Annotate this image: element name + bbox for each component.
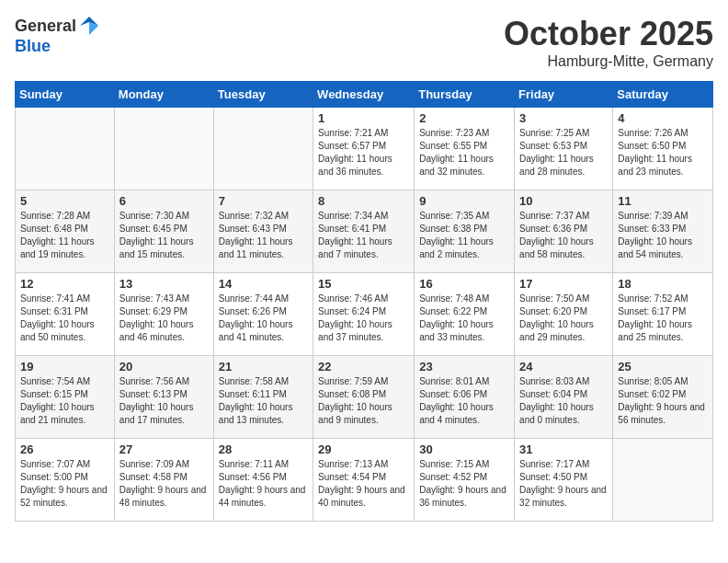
calendar-cell: 21Sunrise: 7:58 AM Sunset: 6:11 PM Dayli… (213, 356, 313, 439)
calendar-cell: 5Sunrise: 7:28 AM Sunset: 6:48 PM Daylig… (16, 190, 115, 273)
calendar-week-row: 5Sunrise: 7:28 AM Sunset: 6:48 PM Daylig… (16, 190, 713, 273)
svg-marker-1 (89, 22, 98, 35)
day-info: Sunrise: 7:56 AM Sunset: 6:13 PM Dayligh… (119, 375, 209, 427)
calendar-cell: 22Sunrise: 7:59 AM Sunset: 6:08 PM Dayli… (313, 356, 415, 439)
calendar-cell (16, 108, 115, 190)
day-number: 4 (618, 111, 708, 125)
calendar-cell: 20Sunrise: 7:56 AM Sunset: 6:13 PM Dayli… (114, 356, 213, 439)
calendar-cell: 9Sunrise: 7:35 AM Sunset: 6:38 PM Daylig… (415, 190, 515, 273)
day-info: Sunrise: 7:41 AM Sunset: 6:31 PM Dayligh… (20, 293, 109, 344)
calendar-header-row: SundayMondayTuesdayWednesdayThursdayFrid… (16, 82, 713, 108)
day-info: Sunrise: 7:52 AM Sunset: 6:17 PM Dayligh… (618, 293, 708, 344)
location-title: Hamburg-Mitte, Germany (504, 53, 713, 70)
day-info: Sunrise: 8:03 AM Sunset: 6:04 PM Dayligh… (519, 375, 608, 427)
day-info: Sunrise: 7:25 AM Sunset: 6:53 PM Dayligh… (519, 127, 608, 178)
day-number: 1 (318, 111, 409, 125)
calendar-cell: 17Sunrise: 7:50 AM Sunset: 6:20 PM Dayli… (515, 273, 613, 356)
day-info: Sunrise: 7:43 AM Sunset: 6:29 PM Dayligh… (119, 293, 209, 344)
calendar-cell: 11Sunrise: 7:39 AM Sunset: 6:33 PM Dayli… (613, 190, 713, 273)
day-info: Sunrise: 7:17 AM Sunset: 4:50 PM Dayligh… (519, 458, 608, 510)
day-number: 27 (119, 442, 209, 456)
calendar-week-row: 19Sunrise: 7:54 AM Sunset: 6:15 PM Dayli… (16, 356, 713, 439)
day-header: Friday (515, 82, 613, 108)
day-number: 28 (219, 442, 308, 456)
day-info: Sunrise: 7:34 AM Sunset: 6:41 PM Dayligh… (318, 210, 409, 261)
logo-icon (78, 15, 100, 37)
calendar-cell: 7Sunrise: 7:32 AM Sunset: 6:43 PM Daylig… (213, 190, 313, 273)
calendar-cell: 3Sunrise: 7:25 AM Sunset: 6:53 PM Daylig… (515, 108, 613, 190)
day-info: Sunrise: 7:23 AM Sunset: 6:55 PM Dayligh… (419, 127, 509, 178)
calendar-cell: 31Sunrise: 7:17 AM Sunset: 4:50 PM Dayli… (515, 439, 613, 522)
calendar-cell: 12Sunrise: 7:41 AM Sunset: 6:31 PM Dayli… (16, 273, 115, 356)
calendar-cell (114, 108, 213, 190)
calendar-week-row: 26Sunrise: 7:07 AM Sunset: 5:00 PM Dayli… (16, 439, 713, 522)
day-number: 29 (318, 442, 409, 456)
calendar-cell: 6Sunrise: 7:30 AM Sunset: 6:45 PM Daylig… (114, 190, 213, 273)
day-info: Sunrise: 7:35 AM Sunset: 6:38 PM Dayligh… (419, 210, 509, 261)
day-number: 26 (20, 442, 109, 456)
day-number: 22 (318, 360, 409, 373)
day-number: 20 (119, 360, 209, 373)
day-number: 19 (20, 360, 109, 373)
day-number: 9 (419, 194, 509, 208)
calendar-week-row: 12Sunrise: 7:41 AM Sunset: 6:31 PM Dayli… (16, 273, 713, 356)
calendar-cell: 14Sunrise: 7:44 AM Sunset: 6:26 PM Dayli… (213, 273, 313, 356)
day-info: Sunrise: 7:21 AM Sunset: 6:57 PM Dayligh… (318, 127, 409, 178)
calendar-cell: 10Sunrise: 7:37 AM Sunset: 6:36 PM Dayli… (515, 190, 613, 273)
day-number: 2 (419, 111, 509, 125)
day-number: 5 (20, 194, 109, 208)
day-info: Sunrise: 7:30 AM Sunset: 6:45 PM Dayligh… (119, 210, 209, 261)
day-number: 12 (20, 277, 109, 291)
day-info: Sunrise: 7:46 AM Sunset: 6:24 PM Dayligh… (318, 293, 409, 344)
day-info: Sunrise: 7:09 AM Sunset: 4:58 PM Dayligh… (119, 458, 209, 510)
day-number: 6 (119, 194, 209, 208)
calendar-cell: 13Sunrise: 7:43 AM Sunset: 6:29 PM Dayli… (114, 273, 213, 356)
day-header: Saturday (613, 82, 713, 108)
calendar-cell: 23Sunrise: 8:01 AM Sunset: 6:06 PM Dayli… (415, 356, 515, 439)
day-header: Wednesday (313, 82, 415, 108)
calendar-cell: 30Sunrise: 7:15 AM Sunset: 4:52 PM Dayli… (415, 439, 515, 522)
day-info: Sunrise: 8:05 AM Sunset: 6:02 PM Dayligh… (618, 375, 708, 427)
header: General Blue October 2025 Hamburg-Mitte,… (15, 15, 713, 70)
day-number: 3 (519, 111, 608, 125)
calendar-cell: 18Sunrise: 7:52 AM Sunset: 6:17 PM Dayli… (613, 273, 713, 356)
day-info: Sunrise: 7:58 AM Sunset: 6:11 PM Dayligh… (219, 375, 308, 427)
day-header: Sunday (16, 82, 115, 108)
day-number: 24 (519, 360, 608, 373)
calendar-cell (213, 108, 313, 190)
day-number: 16 (419, 277, 509, 291)
calendar-cell: 25Sunrise: 8:05 AM Sunset: 6:02 PM Dayli… (613, 356, 713, 439)
day-number: 8 (318, 194, 409, 208)
calendar-cell: 4Sunrise: 7:26 AM Sunset: 6:50 PM Daylig… (613, 108, 713, 190)
day-info: Sunrise: 7:13 AM Sunset: 4:54 PM Dayligh… (318, 458, 409, 510)
day-info: Sunrise: 7:07 AM Sunset: 5:00 PM Dayligh… (20, 458, 109, 510)
day-number: 25 (618, 360, 708, 373)
calendar-cell: 19Sunrise: 7:54 AM Sunset: 6:15 PM Dayli… (16, 356, 115, 439)
logo-general-text: General (15, 17, 76, 36)
calendar-cell: 1Sunrise: 7:21 AM Sunset: 6:57 PM Daylig… (313, 108, 415, 190)
day-number: 18 (618, 277, 708, 291)
logo-blue-text: Blue (15, 37, 51, 55)
day-info: Sunrise: 7:11 AM Sunset: 4:56 PM Dayligh… (219, 458, 308, 510)
calendar-cell: 8Sunrise: 7:34 AM Sunset: 6:41 PM Daylig… (313, 190, 415, 273)
day-number: 21 (219, 360, 308, 373)
day-info: Sunrise: 7:32 AM Sunset: 6:43 PM Dayligh… (219, 210, 308, 261)
calendar: SundayMondayTuesdayWednesdayThursdayFrid… (15, 81, 713, 522)
day-info: Sunrise: 7:28 AM Sunset: 6:48 PM Dayligh… (20, 210, 109, 261)
day-number: 15 (318, 277, 409, 291)
day-number: 23 (419, 360, 509, 373)
day-number: 10 (519, 194, 608, 208)
day-header: Monday (114, 82, 213, 108)
day-info: Sunrise: 8:01 AM Sunset: 6:06 PM Dayligh… (419, 375, 509, 427)
calendar-cell: 16Sunrise: 7:48 AM Sunset: 6:22 PM Dayli… (415, 273, 515, 356)
day-info: Sunrise: 7:54 AM Sunset: 6:15 PM Dayligh… (20, 375, 109, 427)
day-number: 11 (618, 194, 708, 208)
calendar-week-row: 1Sunrise: 7:21 AM Sunset: 6:57 PM Daylig… (16, 108, 713, 190)
day-info: Sunrise: 7:15 AM Sunset: 4:52 PM Dayligh… (419, 458, 509, 510)
day-number: 31 (519, 442, 608, 456)
day-info: Sunrise: 7:39 AM Sunset: 6:33 PM Dayligh… (618, 210, 708, 261)
day-info: Sunrise: 7:59 AM Sunset: 6:08 PM Dayligh… (318, 375, 409, 427)
day-number: 13 (119, 277, 209, 291)
title-area: October 2025 Hamburg-Mitte, Germany (504, 15, 713, 70)
calendar-cell: 15Sunrise: 7:46 AM Sunset: 6:24 PM Dayli… (313, 273, 415, 356)
